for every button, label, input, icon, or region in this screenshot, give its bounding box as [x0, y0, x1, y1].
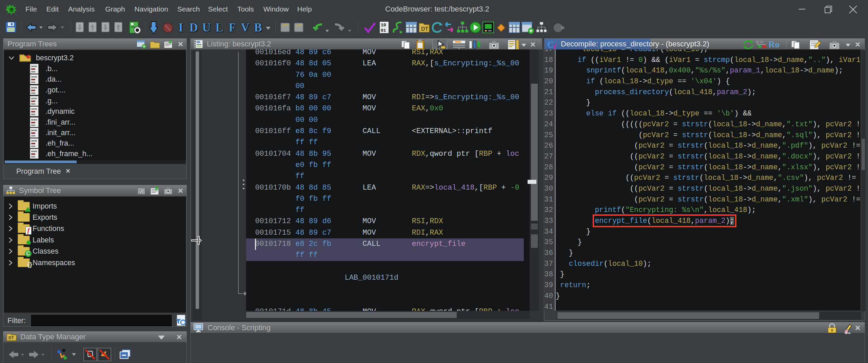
- svg-text:01: 01: [381, 28, 386, 33]
- svg-text:DT: DT: [8, 336, 14, 340]
- svg-text:f: f: [554, 43, 557, 50]
- svg-text:10: 10: [381, 23, 386, 28]
- svg-text:C: C: [547, 40, 554, 50]
- svg-text:DT: DT: [421, 26, 429, 32]
